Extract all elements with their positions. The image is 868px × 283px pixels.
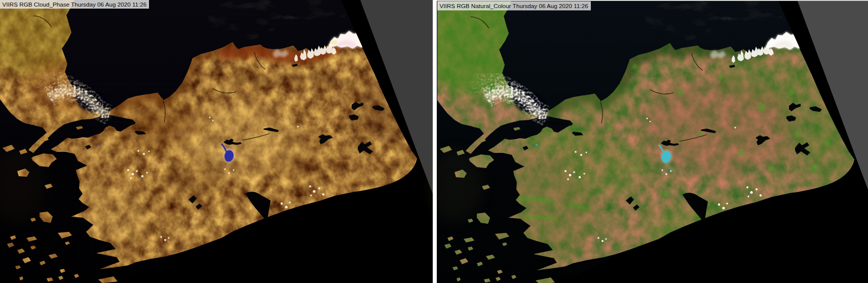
svg-text:VIIRS RGB Natural_Colour Thurs: VIIRS RGB Natural_Colour Thursday 06 Aug… bbox=[440, 3, 588, 9]
svg-text:VIIRS RGB Cloud_Phase Thursday: VIIRS RGB Cloud_Phase Thursday 06 Aug 20… bbox=[3, 1, 147, 8]
